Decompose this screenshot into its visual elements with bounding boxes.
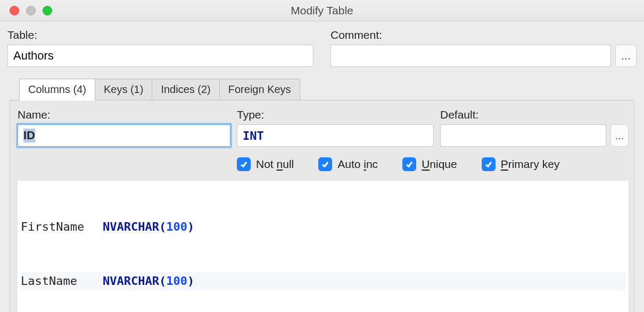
tab-columns[interactable]: Columns (4) bbox=[19, 79, 95, 100]
column-name-value: ID bbox=[23, 129, 35, 142]
column-list: FirstName NVARCHAR(100) LastName NVARCHA… bbox=[18, 181, 629, 312]
column-name-input[interactable]: ID bbox=[18, 124, 230, 147]
comment-field-block: Comment: ... bbox=[331, 29, 637, 67]
window-title: Modify Table bbox=[0, 4, 644, 17]
table-field-block: Table: bbox=[7, 29, 313, 67]
table-label: Table: bbox=[7, 29, 313, 41]
tab-border bbox=[10, 100, 634, 100]
tab-keys[interactable]: Keys (1) bbox=[95, 79, 152, 100]
column-flags-row: Not null Auto inc Unique Primary key bbox=[18, 157, 629, 171]
column-edit-form: Name: ID Type: Default: ... bbox=[18, 108, 629, 147]
unique-checkbox[interactable]: Unique bbox=[402, 157, 457, 171]
comment-input[interactable] bbox=[331, 45, 611, 67]
not-null-label: Not null bbox=[256, 158, 294, 171]
table-name-input[interactable] bbox=[7, 45, 313, 67]
check-icon bbox=[402, 157, 416, 171]
column-default-label: Default: bbox=[440, 108, 629, 121]
minimize-window-button[interactable] bbox=[26, 6, 36, 15]
tab-strip: Columns (4) Keys (1) Indices (2) Foreign… bbox=[19, 79, 634, 100]
traffic-lights bbox=[0, 6, 52, 15]
check-icon bbox=[318, 157, 332, 171]
header-form: Table: Comment: ... bbox=[0, 21, 644, 67]
columns-panel: Name: ID Type: Default: ... Not n bbox=[10, 101, 634, 312]
primary-key-checkbox[interactable]: Primary key bbox=[482, 157, 560, 171]
column-default-input[interactable] bbox=[440, 124, 606, 147]
tab-indices[interactable]: Indices (2) bbox=[152, 79, 219, 100]
column-type-input[interactable] bbox=[237, 124, 434, 147]
check-icon bbox=[237, 157, 251, 171]
column-default-more-button[interactable]: ... bbox=[610, 124, 629, 147]
close-window-button[interactable] bbox=[10, 6, 19, 15]
comment-label: Comment: bbox=[331, 29, 637, 41]
tab-foreign-keys[interactable]: Foreign Keys bbox=[219, 79, 300, 100]
auto-inc-checkbox[interactable]: Auto inc bbox=[318, 157, 378, 171]
list-item[interactable]: LastName NVARCHAR(100) bbox=[21, 272, 625, 290]
column-name-label: Name: bbox=[18, 108, 230, 121]
auto-inc-label: Auto inc bbox=[337, 158, 378, 171]
list-item[interactable]: FirstName NVARCHAR(100) bbox=[21, 218, 625, 236]
primary-key-label: Primary key bbox=[501, 158, 560, 171]
window-titlebar: Modify Table bbox=[0, 0, 644, 21]
check-icon bbox=[482, 157, 496, 171]
unique-label: Unique bbox=[422, 158, 457, 171]
not-null-checkbox[interactable]: Not null bbox=[237, 157, 294, 171]
zoom-window-button[interactable] bbox=[43, 6, 52, 15]
column-type-label: Type: bbox=[237, 108, 434, 121]
comment-more-button[interactable]: ... bbox=[615, 45, 637, 67]
